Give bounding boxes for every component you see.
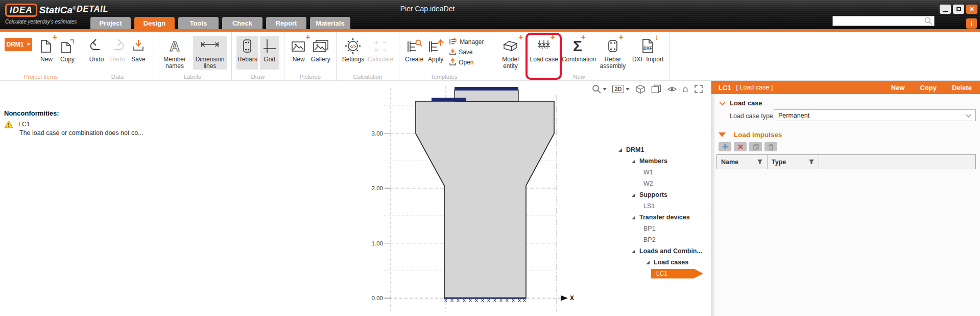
project-item-selector[interactable]: DRM1 bbox=[5, 38, 32, 51]
copy-project-item-button[interactable]: Copy bbox=[58, 36, 77, 70]
tree-item-bp1[interactable]: BP1 bbox=[615, 223, 707, 234]
panel-copy-button[interactable]: Copy bbox=[920, 84, 937, 92]
copy-page-icon bbox=[60, 36, 75, 56]
template-open-button[interactable]: Open bbox=[449, 58, 484, 66]
arrow-down-icon: ↓ bbox=[655, 34, 659, 41]
new-project-item-button[interactable]: + New bbox=[37, 36, 56, 70]
tree-item-loads-combinations[interactable]: Loads and Combin... bbox=[615, 245, 707, 257]
info-button[interactable]: i bbox=[966, 18, 977, 29]
template-manager-button[interactable]: Manager bbox=[449, 37, 484, 46]
gallery-button[interactable]: Gallery bbox=[310, 36, 331, 70]
home-view-button[interactable]: ⌂ bbox=[683, 84, 688, 94]
tree-expand-icon[interactable] bbox=[646, 261, 650, 264]
tree-item-w2[interactable]: W2 bbox=[615, 178, 707, 189]
tree-item-members[interactable]: Members bbox=[615, 155, 707, 167]
redo-button[interactable]: Redo bbox=[108, 36, 127, 70]
ribbon-tabs: Project Design Tools Check Report Materi… bbox=[90, 17, 350, 29]
rebar-assembly-button[interactable]: + Rebar assembly bbox=[596, 36, 630, 70]
filter-funnel-icon[interactable] bbox=[808, 159, 815, 165]
tree-item-drm1[interactable]: DRM1 bbox=[615, 144, 707, 155]
save-template-icon bbox=[449, 48, 457, 56]
search-input[interactable] bbox=[833, 17, 924, 25]
fit-view-button[interactable] bbox=[694, 84, 703, 94]
member-names-toggle[interactable]: A Member names bbox=[158, 36, 192, 70]
view-3d-cube-button[interactable] bbox=[635, 84, 646, 94]
panel-new-button[interactable]: New bbox=[891, 84, 905, 92]
calculate-button[interactable]: +−×÷ Calculate bbox=[367, 36, 394, 70]
search-box[interactable] bbox=[832, 16, 935, 26]
search-icon bbox=[924, 17, 933, 25]
expand-icon bbox=[694, 84, 703, 94]
remove-impulse-button[interactable] bbox=[734, 142, 747, 151]
panel-delete-button[interactable]: Delete bbox=[952, 84, 972, 92]
tab-check[interactable]: Check bbox=[222, 17, 262, 29]
dimension-lines-toggle[interactable]: Dimension lines bbox=[193, 36, 227, 70]
nonconformity-id[interactable]: LC1 bbox=[18, 121, 30, 128]
drawing-canvas[interactable]: Nonconformities: ! LC1 The load case or … bbox=[0, 81, 709, 316]
tree-item-transfer-devices[interactable]: Transfer devices bbox=[615, 212, 707, 223]
group-pictures: + New Gallery Pictures bbox=[284, 32, 337, 81]
tab-project[interactable]: Project bbox=[90, 17, 131, 29]
svg-text:DXF: DXF bbox=[643, 46, 652, 51]
presentation-button[interactable] bbox=[667, 85, 677, 93]
create-template-button[interactable]: Create bbox=[404, 36, 424, 70]
tree-item-load-cases[interactable]: Load cases bbox=[615, 257, 707, 268]
tree-expand-icon[interactable] bbox=[632, 160, 635, 163]
load-impulses-section-header[interactable]: Load impulses bbox=[719, 131, 782, 139]
tree-expand-icon[interactable] bbox=[632, 193, 635, 197]
load-case-type-select[interactable]: Permanent bbox=[774, 109, 976, 121]
apply-template-button[interactable]: Apply bbox=[426, 36, 445, 70]
tree-item-lc1-selected[interactable]: LC1 bbox=[651, 269, 703, 279]
plus-icon: + bbox=[53, 34, 57, 41]
grid-toggle[interactable]: Grid bbox=[260, 36, 279, 70]
tree-expand-icon[interactable] bbox=[618, 148, 622, 152]
combination-button[interactable]: Σ + Combination bbox=[561, 36, 594, 70]
load-case-section-header[interactable]: Load case bbox=[720, 99, 762, 107]
tab-materials[interactable]: Materials bbox=[310, 17, 350, 29]
column-header-type[interactable]: Type bbox=[768, 155, 819, 169]
column-header-name[interactable]: Name bbox=[717, 155, 768, 169]
new-picture-button[interactable]: + New bbox=[289, 36, 308, 70]
add-impulse-button[interactable] bbox=[719, 142, 731, 151]
dxf-import-button[interactable]: DXF ↓ DXF Import bbox=[631, 36, 664, 70]
panel-collapse-strip[interactable] bbox=[711, 94, 714, 316]
save-icon bbox=[131, 36, 146, 56]
tree-item-w1[interactable]: W1 bbox=[615, 167, 707, 178]
ribbon: DRM1 + New Copy Project items bbox=[0, 32, 980, 81]
model-entity-button[interactable]: + Model entity bbox=[494, 36, 528, 70]
duplicate-impulse-button[interactable] bbox=[749, 142, 762, 151]
group-label-data: Data bbox=[82, 74, 153, 80]
tree-item-ls1[interactable]: LS1 bbox=[615, 200, 707, 212]
maximize-button[interactable] bbox=[953, 5, 964, 14]
save-button[interactable]: Save bbox=[129, 36, 148, 70]
minimize-button[interactable] bbox=[940, 5, 951, 14]
tree-item-bp2[interactable]: BP2 bbox=[615, 234, 707, 245]
copy-icon bbox=[753, 144, 759, 150]
template-save-button[interactable]: Save bbox=[449, 48, 484, 56]
content-area: Nonconformities: ! LC1 The load case or … bbox=[0, 81, 980, 316]
maximize-icon bbox=[957, 7, 961, 11]
settings-button[interactable]: </> Settings bbox=[341, 36, 365, 70]
properties-panel: LC1 [ Load case ] New Copy Delete Load c… bbox=[711, 81, 980, 316]
load-case-button[interactable]: + Load case bbox=[529, 36, 559, 70]
rebars-toggle[interactable]: Rebars bbox=[236, 36, 258, 70]
tab-tools[interactable]: Tools bbox=[178, 17, 219, 29]
gallery-icon bbox=[312, 36, 329, 56]
view-2d-button[interactable]: 2D bbox=[612, 85, 629, 93]
close-button[interactable]: ✕ bbox=[966, 5, 977, 14]
tree-expand-icon[interactable] bbox=[632, 216, 635, 219]
tree-expand-icon[interactable] bbox=[632, 250, 635, 253]
delete-impulse-button[interactable] bbox=[764, 142, 777, 151]
layers-button[interactable] bbox=[651, 84, 661, 94]
model-entity-icon: + bbox=[501, 36, 520, 56]
tree-item-lc1[interactable]: LC1 bbox=[615, 268, 707, 279]
tab-design[interactable]: Design bbox=[134, 17, 175, 29]
tree-item-supports[interactable]: Supports bbox=[615, 189, 707, 200]
group-calculation: </> Settings +−×÷ Calculate Calculation bbox=[337, 32, 399, 81]
plus-icon: + bbox=[619, 34, 624, 41]
filter-funnel-icon[interactable] bbox=[757, 159, 763, 165]
tab-report[interactable]: Report bbox=[266, 17, 306, 29]
undo-button[interactable]: Undo bbox=[87, 36, 106, 70]
dimension-icon bbox=[199, 36, 221, 56]
picture-icon: + bbox=[291, 36, 307, 56]
